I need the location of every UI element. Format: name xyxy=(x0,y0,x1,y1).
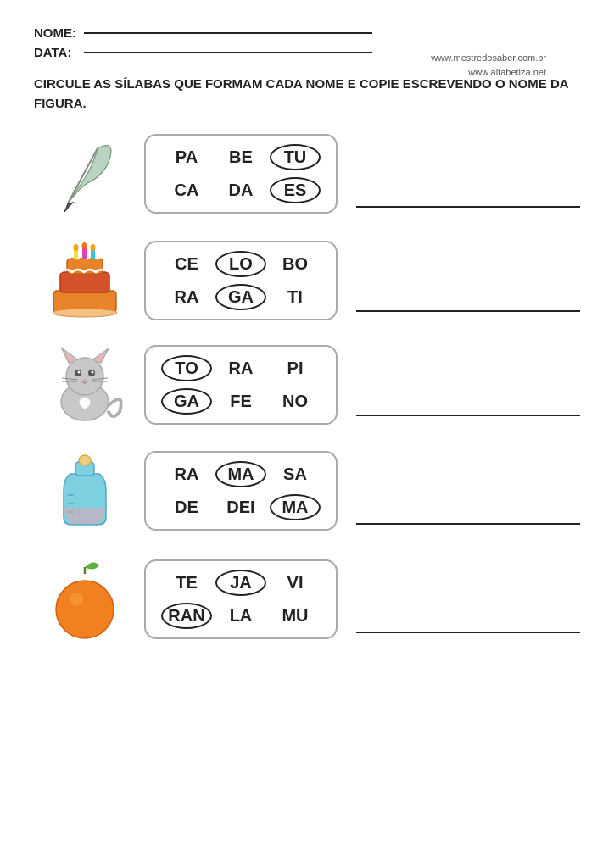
syllable-box-4: RAMASADEDEIMA xyxy=(144,451,338,531)
syllable-1-4[interactable]: CA xyxy=(161,177,212,203)
syllable-1-1[interactable]: PA xyxy=(161,144,212,170)
website1: www.mestredosaber.com.br xyxy=(431,51,546,65)
syllable-5-2[interactable]: JA xyxy=(215,570,266,596)
svg-point-12 xyxy=(66,358,103,395)
syllable-box-1: PABETUCADAES xyxy=(144,134,338,214)
image-cake xyxy=(34,240,136,320)
exercise-row-3: TORAPIGAFENO xyxy=(34,344,580,425)
syllable-4-3[interactable]: SA xyxy=(270,461,321,487)
answer-line-4 xyxy=(356,523,580,525)
website-info: www.mestredosaber.com.br www.alfabetiza.… xyxy=(431,51,546,79)
svg-point-20 xyxy=(91,371,93,374)
exercise-row-4: RAMASADEDEIMA xyxy=(34,448,580,533)
syllable-3-5[interactable]: FE xyxy=(215,388,266,415)
svg-point-19 xyxy=(77,371,80,374)
syllable-2-6[interactable]: TI xyxy=(270,284,321,310)
nome-label: NOME: xyxy=(34,25,81,40)
syllable-1-5[interactable]: DA xyxy=(215,177,266,203)
syllable-4-4[interactable]: DE xyxy=(161,494,212,520)
syllable-5-4[interactable]: RAN xyxy=(161,603,212,629)
syllable-4-1[interactable]: RA xyxy=(161,461,212,487)
answer-line-1 xyxy=(356,206,580,208)
nome-underline xyxy=(84,32,372,34)
syllable-2-2[interactable]: LO xyxy=(215,251,266,277)
svg-rect-27 xyxy=(79,455,91,465)
syllable-4-2[interactable]: MA xyxy=(215,461,266,487)
syllable-2-3[interactable]: BO xyxy=(270,251,321,277)
syllable-3-6[interactable]: NO xyxy=(270,388,321,415)
exercise-row-2: CELOBORAGATI xyxy=(34,240,580,320)
exercise-row-5: TEJAVIRANLAMU xyxy=(34,557,580,642)
answer-line-2 xyxy=(356,310,580,312)
data-label: DATA: xyxy=(34,45,81,59)
svg-point-9 xyxy=(91,244,96,251)
syllable-1-2[interactable]: BE xyxy=(215,144,266,170)
image-cat xyxy=(34,344,136,425)
syllable-box-2: CELOBORAGATI xyxy=(144,241,338,320)
svg-point-8 xyxy=(82,242,87,249)
syllable-3-4[interactable]: GA xyxy=(161,388,212,415)
answer-line-3 xyxy=(356,415,580,416)
image-orange xyxy=(34,557,136,642)
svg-point-7 xyxy=(74,244,79,251)
syllable-5-6[interactable]: MU xyxy=(270,603,321,629)
instructions: CIRCULE AS SÍLABAS QUE FORMAM CADA NOME … xyxy=(34,75,580,113)
syllable-5-1[interactable]: TE xyxy=(161,570,212,596)
svg-rect-2 xyxy=(60,272,109,292)
syllable-1-3[interactable]: TU xyxy=(270,144,321,170)
syllable-2-5[interactable]: GA xyxy=(215,284,266,310)
syllable-3-1[interactable]: TO xyxy=(161,355,212,381)
syllable-2-4[interactable]: RA xyxy=(161,284,212,310)
svg-point-32 xyxy=(56,581,114,638)
syllable-3-2[interactable]: RA xyxy=(215,355,266,381)
exercises-container: PABETUCADAES CELOBORAGATI xyxy=(34,131,580,642)
syllable-2-1[interactable]: CE xyxy=(161,251,212,277)
syllable-5-3[interactable]: VI xyxy=(270,570,321,596)
syllable-3-3[interactable]: PI xyxy=(270,355,321,381)
syllable-box-3: TORAPIGAFENO xyxy=(144,345,338,425)
syllable-1-6[interactable]: ES xyxy=(270,177,321,203)
syllable-5-5[interactable]: LA xyxy=(215,603,266,629)
answer-line-5 xyxy=(356,632,580,633)
website2: www.alfabetiza.net xyxy=(431,65,546,80)
syllable-4-5[interactable]: DEI xyxy=(215,494,266,520)
exercise-row-1: PABETUCADAES xyxy=(34,131,580,216)
syllable-4-6[interactable]: MA xyxy=(270,494,321,520)
image-feather xyxy=(34,131,136,216)
image-bottle xyxy=(34,448,136,533)
data-underline xyxy=(84,52,372,53)
svg-point-10 xyxy=(53,309,117,317)
svg-point-33 xyxy=(70,593,83,606)
syllable-box-5: TEJAVIRANLAMU xyxy=(144,559,338,639)
